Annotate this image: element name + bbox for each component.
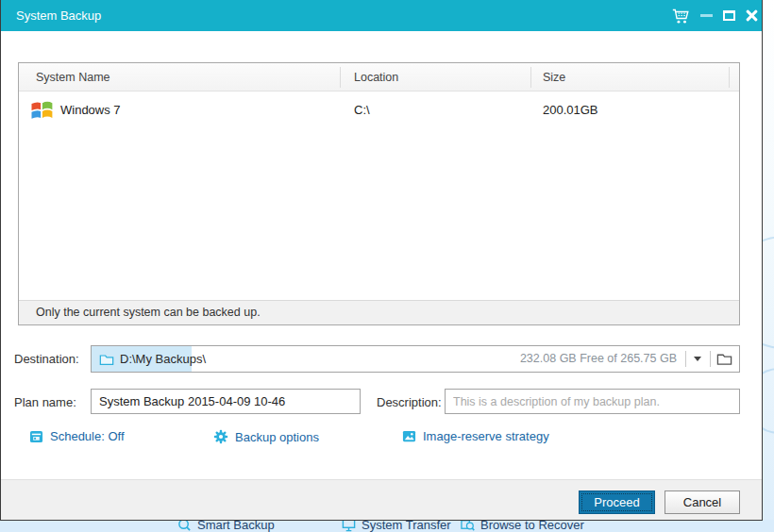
table-row[interactable]: Windows 7 C:\ 200.01GB <box>19 92 739 128</box>
row-size: 200.01GB <box>543 92 598 128</box>
folder-icon <box>99 353 114 366</box>
cart-icon[interactable] <box>667 0 694 31</box>
window-title: System Backup <box>16 0 101 31</box>
calendar-icon <box>29 429 43 443</box>
system-table: System Name Location Size Windows 7 C:\ … <box>18 62 740 325</box>
schedule-link-label: Schedule: Off <box>50 429 125 443</box>
row-system-name: Windows 7 <box>60 92 121 128</box>
table-header: System Name Location Size <box>19 63 739 91</box>
close-icon[interactable] <box>741 0 762 31</box>
column-divider <box>530 67 531 88</box>
dialog-footer: Proceed Cancel <box>1 479 762 520</box>
backup-options-link-label: Backup options <box>235 430 319 444</box>
image-reserve-link[interactable]: Image-reserve strategy <box>402 429 549 443</box>
column-header-location[interactable]: Location <box>354 63 398 91</box>
segment-divider <box>710 351 711 367</box>
backup-options-link[interactable]: Backup options <box>213 429 319 444</box>
destination-label: Destination: <box>14 352 79 366</box>
titlebar: System Backup <box>1 0 762 31</box>
image-icon <box>402 429 416 443</box>
plan-name-input[interactable] <box>91 389 361 414</box>
destination-free-space: 232.08 GB Free of 265.75 GB <box>520 346 677 372</box>
description-label: Description: <box>377 395 442 409</box>
plan-name-label: Plan name: <box>14 395 76 409</box>
cancel-button[interactable]: Cancel <box>665 490 740 514</box>
row-location: C:\ <box>354 92 370 128</box>
destination-dropdown-button[interactable] <box>687 346 708 372</box>
schedule-link[interactable]: Schedule: Off <box>29 429 125 443</box>
table-note: Only the current system can be backed up… <box>19 300 739 324</box>
destination-path: D:\My Backups\ <box>120 346 206 372</box>
proceed-button[interactable]: Proceed <box>579 490 655 514</box>
column-header-size[interactable]: Size <box>543 63 565 91</box>
windows-logo-icon <box>28 97 55 124</box>
column-header-system-name[interactable]: System Name <box>36 63 110 91</box>
background-menu-strip: Smart Backup System Transfer Browse to R… <box>0 520 774 532</box>
minimize-icon[interactable] <box>696 0 716 31</box>
gear-icon <box>213 429 228 444</box>
browse-folder-button[interactable] <box>712 346 736 372</box>
description-input[interactable] <box>445 389 740 414</box>
column-divider <box>729 67 730 88</box>
column-divider <box>340 67 341 88</box>
segment-divider <box>685 351 686 367</box>
image-reserve-link-label: Image-reserve strategy <box>423 429 549 443</box>
system-backup-dialog: System Backup System Name Location Size <box>0 0 763 521</box>
destination-combobox[interactable]: D:\My Backups\ 232.08 GB Free of 265.75 … <box>91 345 740 373</box>
maximize-icon[interactable] <box>718 0 739 31</box>
browse-folder-icon <box>716 352 732 366</box>
chevron-down-icon <box>694 357 701 361</box>
